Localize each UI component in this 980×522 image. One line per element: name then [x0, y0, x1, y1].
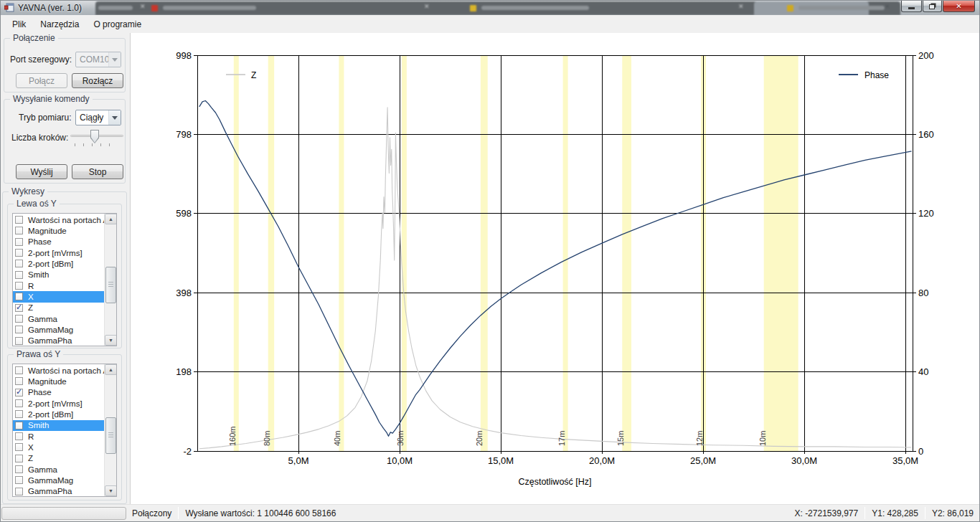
- checkbox-icon[interactable]: [15, 216, 23, 224]
- list-item[interactable]: Gamma: [13, 313, 104, 324]
- list-item[interactable]: ✓Z: [13, 303, 104, 313]
- list-item[interactable]: Phase: [13, 237, 104, 247]
- list-item[interactable]: Wartości na portach ADC: [13, 365, 104, 376]
- list-item-label: 2-port [dBm]: [28, 260, 73, 268]
- right-axis-tick: 160: [918, 129, 934, 140]
- z-series-line: [199, 108, 912, 449]
- checkbox-icon[interactable]: [15, 476, 23, 484]
- slider-thumb[interactable]: [90, 130, 99, 143]
- list-item[interactable]: Smith: [13, 420, 104, 431]
- list-item[interactable]: Wartości na portach ADC: [13, 214, 104, 225]
- checkbox-icon[interactable]: [15, 271, 23, 279]
- left-axis-listbox[interactable]: Wartości na portach ADCMagnitudePhase2-p…: [12, 213, 117, 346]
- checkbox-checked-icon[interactable]: ✓: [15, 304, 23, 312]
- band-15m: [622, 55, 631, 451]
- scroll-down-icon[interactable]: ▼: [105, 335, 117, 346]
- list-item[interactable]: 2-port [mVrms]: [13, 398, 104, 409]
- band-label-160m: 160m: [228, 426, 237, 446]
- list-item[interactable]: R: [13, 431, 104, 442]
- list-item-label: X: [28, 443, 34, 452]
- list-item[interactable]: GammaPha: [13, 336, 104, 346]
- minimize-button[interactable]: [901, 1, 922, 12]
- checkbox-icon[interactable]: [15, 488, 23, 495]
- list-item-label: Wartości na portach ADC: [28, 216, 104, 224]
- right-axis-tick: 80: [918, 288, 928, 298]
- menu-plik[interactable]: Plik: [5, 16, 33, 32]
- list-item[interactable]: ✓Phase: [13, 387, 104, 398]
- list-item-label: GammaPha: [28, 336, 72, 345]
- right-axis-listbox[interactable]: Wartości na portach ADCMagnitude✓Phase2-…: [12, 364, 117, 497]
- command-title: Wysyłanie komendy: [10, 94, 93, 104]
- connection-status: Połączony: [126, 508, 177, 518]
- list-item[interactable]: GammaPha: [13, 486, 104, 497]
- checkbox-icon[interactable]: [15, 293, 23, 300]
- checkbox-icon[interactable]: [15, 377, 23, 385]
- list-item[interactable]: X: [13, 442, 104, 452]
- checkbox-icon[interactable]: [15, 455, 23, 462]
- checkbox-icon[interactable]: [15, 399, 23, 407]
- restore-button[interactable]: [923, 1, 942, 12]
- list-item-label: Gamma: [28, 465, 57, 474]
- title-bar[interactable]: ✕ ✕ ✕ ✕ YAVNA (ver. 1.0) ✕: [1, 1, 979, 15]
- x-axis-tick: 10,0M: [387, 455, 413, 466]
- scroll-up-icon[interactable]: ▲: [105, 364, 117, 375]
- scrollbar-thumb[interactable]: [105, 417, 116, 455]
- checkbox-icon[interactable]: [15, 410, 23, 418]
- list-item[interactable]: Magnitude: [13, 376, 104, 386]
- measure-mode-combobox[interactable]: Ciągły: [75, 110, 121, 125]
- list-item[interactable]: R: [13, 280, 104, 291]
- impedance-phase-chart[interactable]: 998798598398198-2200160120804005,0M10,0M…: [131, 33, 980, 506]
- checkbox-icon[interactable]: [15, 366, 23, 374]
- serial-port-value: COM10: [76, 54, 108, 65]
- z-legend-label: Z: [251, 70, 256, 80]
- scroll-up-icon[interactable]: ▲: [105, 214, 117, 224]
- serial-port-combobox[interactable]: COM10: [75, 52, 121, 67]
- scroll-down-icon[interactable]: ▼: [105, 485, 117, 496]
- checkbox-icon[interactable]: [15, 337, 23, 345]
- list-item[interactable]: 2-port [mVrms]: [13, 247, 104, 258]
- checkbox-icon[interactable]: [15, 315, 23, 323]
- checkbox-icon[interactable]: [15, 238, 23, 246]
- checkbox-checked-icon[interactable]: ✓: [15, 389, 23, 397]
- list-item[interactable]: GammaMag: [13, 324, 104, 335]
- left-axis-items: Wartości na portach ADCMagnitudePhase2-p…: [13, 214, 104, 346]
- list-item[interactable]: Smith: [13, 270, 104, 280]
- disconnect-button[interactable]: Rozłącz: [72, 73, 123, 88]
- list-item[interactable]: 2-port [dBm]: [13, 409, 104, 419]
- connect-button[interactable]: Połącz: [16, 73, 67, 88]
- charts-title: Wykresy: [9, 186, 47, 196]
- list-item[interactable]: Gamma: [13, 464, 104, 475]
- menu-o-programie[interactable]: O programie: [86, 16, 149, 32]
- checkbox-icon[interactable]: [15, 249, 23, 257]
- band-40m: [339, 55, 344, 451]
- list-item[interactable]: GammaMag: [13, 475, 104, 485]
- send-button[interactable]: Wyślij: [16, 164, 67, 179]
- checkbox-icon[interactable]: [15, 260, 23, 267]
- steps-slider[interactable]: [70, 128, 123, 148]
- checkbox-icon[interactable]: [15, 443, 23, 451]
- list-item[interactable]: Z: [13, 453, 104, 464]
- scrollbar-thumb[interactable]: [105, 267, 116, 304]
- checkbox-icon[interactable]: [15, 227, 23, 234]
- checkbox-icon[interactable]: [15, 432, 23, 440]
- checkbox-icon[interactable]: [15, 282, 23, 290]
- list-item-label: Gamma: [28, 315, 57, 323]
- list-item[interactable]: Magnitude: [13, 225, 104, 236]
- list-item-label: Magnitude: [28, 227, 67, 235]
- list-item-label: X: [28, 293, 34, 301]
- connection-groupbox: Połączenie Port szeregowy: COM10 Połącz …: [4, 38, 126, 92]
- stop-button[interactable]: Stop: [72, 164, 123, 179]
- left-axis-tick: -2: [183, 446, 192, 457]
- close-button[interactable]: ✕: [943, 1, 975, 12]
- checkbox-icon[interactable]: [15, 465, 23, 473]
- list-item[interactable]: X: [13, 291, 104, 302]
- phase-series-line: [199, 101, 912, 437]
- checkbox-icon[interactable]: [15, 422, 23, 430]
- checkbox-icon[interactable]: [15, 326, 23, 333]
- menu-narzedzia[interactable]: Narzędzia: [33, 16, 86, 32]
- left-axis-scrollbar[interactable]: ▲ ▼: [104, 214, 116, 346]
- list-item-label: GammaPha: [28, 487, 72, 495]
- list-item[interactable]: 2-port [dBm]: [13, 258, 104, 269]
- right-axis-scrollbar[interactable]: ▲ ▼: [104, 364, 116, 496]
- band-label-15m: 15m: [616, 431, 625, 446]
